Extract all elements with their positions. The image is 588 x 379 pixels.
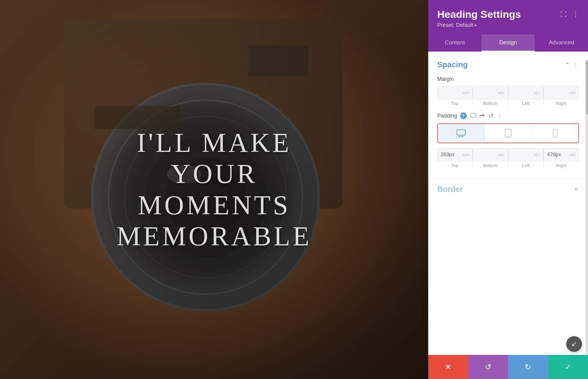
device-desktop-btn[interactable] bbox=[438, 124, 485, 143]
margin-bottom-input[interactable] bbox=[476, 90, 496, 96]
tab-content[interactable]: Content bbox=[428, 34, 482, 52]
canvas-text-line3: MEMORABLE bbox=[107, 221, 321, 252]
panel-header-icons: ⛶ ⋮ bbox=[560, 11, 579, 18]
padding-bottom-group: </> Bottom bbox=[473, 148, 508, 168]
section-chevron-icon[interactable]: ⌃ bbox=[565, 61, 570, 68]
help-icon[interactable]: ? bbox=[460, 112, 467, 119]
panel-preset[interactable]: Preset: Default ▾ bbox=[437, 22, 579, 28]
margin-left-label: Left bbox=[522, 101, 530, 106]
floating-icon: ↙ bbox=[571, 340, 577, 348]
padding-left-input[interactable] bbox=[512, 152, 532, 158]
margin-bottom-label: Bottom bbox=[483, 101, 498, 106]
padding-right-group: </> Right bbox=[544, 148, 579, 168]
margin-left-group: </> Left bbox=[508, 86, 544, 106]
device-desktop-small-icon[interactable]: 🖵 bbox=[470, 112, 476, 120]
canvas-heading: I'LL MAKE YOUR MOMENTS MEMORABLE bbox=[107, 127, 321, 252]
more-options-icon[interactable]: ⋮ bbox=[572, 11, 579, 18]
padding-more-icon[interactable]: ⋮ bbox=[497, 112, 503, 119]
redo-button[interactable]: ↻ bbox=[508, 355, 548, 379]
floating-action-button[interactable]: ↙ bbox=[566, 336, 582, 352]
fullscreen-icon[interactable]: ⛶ bbox=[560, 11, 567, 18]
link-icon-padding-bottom: </> bbox=[498, 152, 505, 157]
padding-left-label: Left bbox=[522, 163, 530, 168]
margin-right-label: Right bbox=[556, 101, 567, 106]
padding-bottom-input[interactable] bbox=[476, 152, 496, 158]
margin-top-input[interactable] bbox=[441, 90, 461, 96]
link-icon-margin-bottom: </> bbox=[498, 90, 505, 95]
margin-top-group: </> Top bbox=[437, 86, 473, 106]
device-selector bbox=[437, 123, 579, 143]
cancel-button[interactable]: ✕ bbox=[428, 355, 468, 379]
margin-label: Margin bbox=[437, 76, 579, 82]
canvas-background: I'LL MAKE YOUR MOMENTS MEMORABLE bbox=[0, 0, 428, 379]
canvas-area: I'LL MAKE YOUR MOMENTS MEMORABLE bbox=[0, 0, 428, 379]
svg-point-19 bbox=[555, 136, 555, 137]
padding-top-label: Top bbox=[451, 163, 458, 168]
preset-arrow: ▾ bbox=[474, 23, 476, 28]
margin-top-label: Top bbox=[451, 101, 458, 106]
device-mobile-btn[interactable] bbox=[532, 124, 578, 143]
margin-left-input[interactable] bbox=[512, 90, 532, 96]
confirm-button[interactable]: ✓ bbox=[548, 355, 588, 379]
scroll-thumb[interactable] bbox=[586, 60, 588, 115]
padding-bottom-label: Bottom bbox=[483, 163, 498, 168]
padding-left-group: </> Left bbox=[508, 148, 544, 168]
spacing-title: Spacing bbox=[437, 60, 468, 69]
border-section-close[interactable]: ✕ bbox=[574, 186, 579, 193]
section-menu-icon[interactable]: ⋮ bbox=[573, 61, 579, 68]
padding-label: Padding bbox=[437, 113, 457, 119]
panel-body: Spacing ⌃ ⋮ Margin </> Top bbox=[428, 52, 588, 355]
section-controls: ⌃ ⋮ bbox=[565, 61, 579, 68]
scrollbar[interactable] bbox=[586, 60, 588, 355]
panel-title: Heading Settings bbox=[437, 8, 521, 20]
canvas-text-line1: I'LL MAKE YOUR bbox=[107, 127, 321, 190]
link-icon-padding-left: </> bbox=[534, 152, 540, 157]
margin-right-input[interactable] bbox=[547, 90, 567, 96]
link-icon-padding-top: </> bbox=[463, 152, 469, 157]
panel-header: Heading Settings ⛶ ⋮ Preset: Default ▾ bbox=[428, 0, 588, 34]
tab-advanced[interactable]: Advanced bbox=[535, 34, 588, 52]
padding-label-row: Padding ? 🖵 ⮕ ↺ ⋮ bbox=[437, 112, 579, 120]
link-icon-margin-right: </> bbox=[569, 90, 576, 95]
link-icon-margin-top: </> bbox=[463, 90, 469, 95]
reset-button[interactable]: ↺ bbox=[468, 355, 508, 379]
undo-icon[interactable]: ↺ bbox=[488, 112, 494, 119]
margin-input-row: </> Top </> Bottom bbox=[437, 86, 579, 106]
link-icon-padding-right: </> bbox=[569, 152, 576, 157]
link-icon-margin-left: </> bbox=[534, 90, 540, 95]
padding-input-row: </> Top </> Bottom bbox=[437, 148, 579, 168]
margin-bottom-group: </> Bottom bbox=[473, 86, 508, 106]
spacing-section: Spacing ⌃ ⋮ Margin </> Top bbox=[428, 52, 588, 178]
svg-point-17 bbox=[508, 136, 509, 137]
canvas-text-line2: MOMENTS bbox=[107, 190, 321, 221]
panel-tabs: Content Design Advanced bbox=[428, 34, 588, 52]
padding-top-input[interactable] bbox=[441, 152, 461, 158]
svg-rect-12 bbox=[457, 130, 465, 135]
padding-right-label: Right bbox=[556, 163, 567, 168]
action-bar: ✕ ↺ ↻ ✓ bbox=[428, 355, 588, 379]
tab-design[interactable]: Design bbox=[482, 34, 535, 52]
border-title: Border bbox=[437, 185, 463, 194]
padding-right-input[interactable] bbox=[547, 152, 567, 158]
cursor-icon[interactable]: ⮕ bbox=[479, 112, 485, 119]
padding-top-group: </> Top bbox=[437, 148, 473, 168]
border-section: Border ✕ bbox=[428, 178, 588, 197]
margin-right-group: </> Right bbox=[544, 86, 579, 106]
settings-panel: Heading Settings ⛶ ⋮ Preset: Default ▾ C… bbox=[428, 0, 588, 379]
device-tablet-btn[interactable] bbox=[485, 124, 532, 143]
